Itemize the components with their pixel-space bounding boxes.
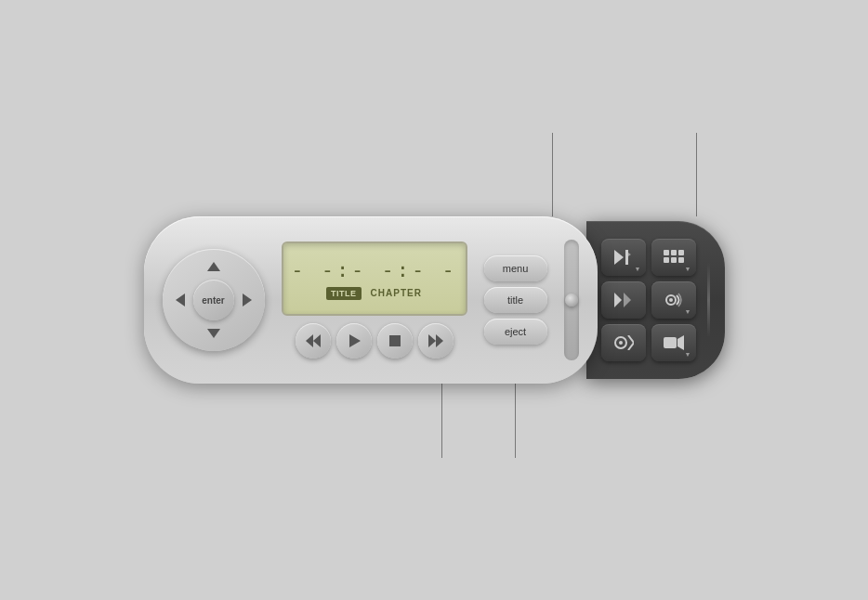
directional-pad: enter bbox=[163, 249, 265, 351]
stop-icon bbox=[389, 335, 401, 346]
menu-button[interactable]: menu bbox=[484, 255, 547, 281]
dpad-right-button[interactable] bbox=[233, 283, 261, 317]
play-step-icon bbox=[614, 250, 633, 265]
fast-forward-button[interactable] bbox=[418, 323, 454, 359]
svg-rect-7 bbox=[625, 250, 628, 265]
svg-marker-4 bbox=[428, 334, 436, 347]
annotation-line-top bbox=[552, 133, 553, 216]
svg-marker-16 bbox=[624, 293, 631, 307]
dark-button-grid: ▼ ▼ bbox=[601, 239, 696, 361]
slow-forward-icon bbox=[614, 293, 633, 307]
dpad-up-button[interactable] bbox=[197, 253, 230, 280]
scan-icon bbox=[613, 335, 634, 350]
rewind-button[interactable] bbox=[296, 323, 331, 359]
remote-main-body: enter - -:- -:- - TITLE CHAPTER bbox=[144, 216, 598, 384]
svg-line-21 bbox=[628, 335, 634, 343]
play-button[interactable] bbox=[336, 323, 372, 359]
dropdown-arrow-2: ▼ bbox=[685, 266, 691, 272]
dpad-left-button[interactable] bbox=[166, 283, 194, 317]
lcd-title-label: TITLE bbox=[326, 287, 362, 300]
annotation-line-bottom-slider bbox=[515, 384, 516, 458]
svg-marker-6 bbox=[614, 250, 624, 265]
svg-line-22 bbox=[628, 343, 634, 350]
svg-rect-23 bbox=[664, 337, 677, 348]
svg-point-20 bbox=[619, 341, 623, 345]
dropdown-arrow-3: ▼ bbox=[685, 308, 691, 315]
lcd-labels: TITLE CHAPTER bbox=[326, 287, 422, 300]
audio-icon bbox=[664, 293, 683, 307]
panel-divider bbox=[707, 263, 710, 337]
lcd-display: - -:- -:- - TITLE CHAPTER bbox=[282, 241, 467, 316]
arrow-down-icon bbox=[207, 329, 220, 338]
svg-rect-10 bbox=[671, 250, 677, 255]
dpad-circle: enter bbox=[163, 249, 265, 351]
rewind-icon bbox=[306, 334, 321, 347]
lcd-time-display: - -:- -:- - bbox=[291, 258, 457, 281]
svg-rect-3 bbox=[389, 335, 401, 346]
svg-marker-5 bbox=[436, 334, 443, 347]
slow-forward-button[interactable] bbox=[601, 281, 646, 319]
dropdown-arrow-1: ▼ bbox=[635, 266, 641, 272]
svg-marker-8 bbox=[628, 253, 631, 256]
dropdown-arrow-4: ▼ bbox=[685, 351, 691, 358]
arrow-right-icon bbox=[243, 293, 252, 307]
stop-button[interactable] bbox=[377, 323, 413, 359]
grid-icon bbox=[664, 250, 684, 265]
svg-rect-12 bbox=[664, 257, 669, 263]
annotation-line-top-right bbox=[696, 133, 697, 216]
slider-knob bbox=[565, 293, 578, 307]
arrow-up-icon bbox=[207, 262, 220, 271]
enter-label: enter bbox=[202, 295, 224, 306]
annotation-line-bottom-transport bbox=[441, 384, 442, 458]
svg-rect-14 bbox=[678, 257, 684, 263]
video-icon bbox=[664, 335, 684, 350]
svg-point-18 bbox=[669, 298, 673, 302]
video-button[interactable]: ▼ bbox=[651, 324, 696, 361]
lcd-chapter-label: CHAPTER bbox=[371, 288, 422, 298]
scan-button[interactable] bbox=[601, 324, 646, 361]
fast-forward-icon bbox=[428, 334, 443, 347]
title-button[interactable]: title bbox=[484, 287, 547, 313]
svg-rect-11 bbox=[678, 250, 684, 255]
svg-marker-1 bbox=[313, 334, 321, 347]
transport-controls bbox=[296, 323, 454, 359]
svg-marker-15 bbox=[614, 293, 622, 307]
play-step-button[interactable]: ▼ bbox=[601, 239, 646, 276]
svg-marker-2 bbox=[349, 334, 361, 347]
arrow-left-icon bbox=[176, 293, 185, 307]
menu-grid-button[interactable]: ▼ bbox=[651, 239, 696, 276]
svg-rect-13 bbox=[671, 257, 677, 263]
dpad-down-button[interactable] bbox=[197, 320, 230, 347]
svg-rect-9 bbox=[664, 250, 669, 255]
svg-marker-0 bbox=[306, 334, 313, 347]
svg-marker-24 bbox=[677, 335, 684, 350]
display-section: - -:- -:- - TITLE CHAPTER bbox=[282, 241, 467, 359]
remote-control: enter - -:- -:- - TITLE CHAPTER bbox=[144, 216, 725, 384]
enter-button[interactable]: enter bbox=[193, 280, 234, 320]
eject-button[interactable]: eject bbox=[484, 319, 547, 345]
side-buttons-group: menu title eject bbox=[484, 255, 547, 345]
audio-button[interactable]: ▼ bbox=[651, 281, 696, 319]
volume-slider[interactable] bbox=[564, 240, 579, 360]
dark-panel: ▼ ▼ bbox=[586, 221, 725, 379]
play-icon bbox=[348, 334, 361, 347]
